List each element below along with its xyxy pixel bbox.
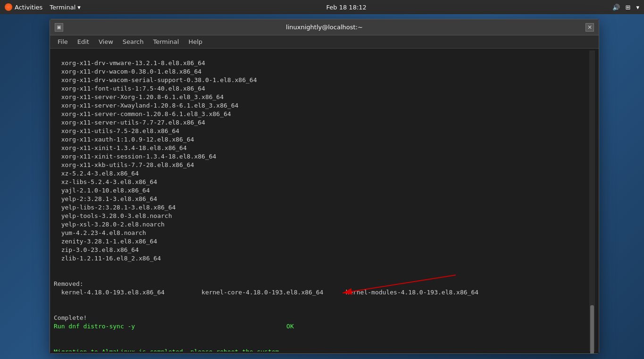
pkg-line-24: zlib-1.2.11-16.el8_2.x86_64 [54,255,161,262]
close-button[interactable]: ✕ [585,23,594,32]
pkg-line-9: xorg-x11-utils-7.5-28.el8.x86_64 [54,127,179,134]
terminal-window: ▣ linuxnightly@localhost:~ ✕ File Edit V… [50,19,599,354]
system-datetime: Feb 18 18:12 [326,4,367,11]
terminal-output: xorg-x11-drv-vmware-13.2.1-8.el8.x86_64 … [54,50,589,351]
green-line-2: Migration to AlmaLinux is completed, ple… [54,348,279,351]
terminal-menu[interactable]: Terminal ▾ [50,4,80,11]
activities-button[interactable]: Activities [5,3,42,11]
system-bar-left: Activities Terminal ▾ [5,3,81,11]
pkg-line-10: xorg-x11-xauth-1:1.0.9-12.el8.x86_64 [54,136,194,143]
blank-line-3 [54,340,58,347]
volume-icon: 🔊 [612,4,620,11]
pkg-line-7: xorg-x11-server-common-1.20.8-6.1.el8_3.… [54,110,231,117]
pkg-line-6: xorg-x11-server-Xwayland-1.20.8-6.1.el8_… [54,102,238,109]
settings-icon: ⊞ [626,4,631,11]
pkg-line-8: xorg-x11-server-utils-7.7-27.el8.x86_64 [54,119,205,126]
pkg-line-16: yajl-2.1.0-10.el8.x86_64 [54,187,150,194]
blank-line-2 [54,306,58,313]
menu-help[interactable]: Help [184,37,206,46]
pkg-line-14: xz-5.2.4-3.el8.x86_64 [54,170,139,177]
menu-view[interactable]: View [95,37,117,46]
activities-label: Activities [15,4,42,11]
terminal-arrow-icon: ▾ [77,4,81,11]
dropdown-icon: ▾ [636,4,639,11]
pkg-line-20: yelp-xsl-3.28.0-2.el8.noarch [54,221,165,228]
pkg-line-13: xorg-x11-xkb-utils-7.7-28.el8.x86_64 [54,161,194,168]
menu-search[interactable]: Search [119,37,148,46]
pkg-line-23: zip-3.0-23.el8.x86_64 [54,246,139,253]
pkg-line-15: xz-libs-5.2.4-3.el8.x86_64 [54,178,157,185]
menu-edit[interactable]: Edit [74,37,93,46]
blank-line-1 [54,272,58,279]
removed-packages: kernel-4.18.0-193.el8.x86_64 kernel-core… [54,289,478,296]
pkg-line-21: yum-4.2.23-4.el8.noarch [54,229,146,236]
terminal-label: Terminal [50,4,75,11]
pkg-line-17: yelp-2:3.28.1-3.el8.x86_64 [54,195,157,202]
activities-icon [5,3,12,11]
pkg-line-18: yelp-libs-2:3.28.1-3.el8.x86_64 [54,204,176,211]
pkg-line-1: xorg-x11-drv-vmware-13.2.1-8.el8.x86_64 [54,59,205,67]
scrollbar-thumb[interactable] [590,305,594,353]
pkg-line-22: zenity-3.28.1-1.el8.x86_64 [54,238,157,245]
pkg-line-19: yelp-tools-3.28.0-3.el8.noarch [54,212,172,219]
pkg-line-11: xorg-x11-xinit-1.3.4-18.el8.x86_64 [54,144,187,151]
pkg-line-2: xorg-x11-drv-wacom-0.38.0-1.el8.x86_64 [54,68,201,75]
menu-bar: File Edit View Search Terminal Help [50,35,599,49]
green-line-1: Run dnf distro-sync -y OK [54,323,294,330]
removed-label: Removed: [54,280,84,287]
pkg-line-12: xorg-x11-xinit-session-1.3.4-18.el8.x86_… [54,153,216,160]
window-icon: ▣ [55,23,63,32]
menu-terminal[interactable]: Terminal [149,37,183,46]
pkg-line-3: xorg-x11-drv-wacom-serial-support-0.38.0… [54,76,257,83]
complete-label: Complete! [54,314,87,321]
window-title: linuxnightly@localhost:~ [286,24,363,31]
pkg-line-4: xorg-x11-font-utils-1:7.5-40.el8.x86_64 [54,85,205,92]
menu-file[interactable]: File [54,37,72,46]
system-bar-right: 🔊 ⊞ ▾ [612,4,639,11]
title-bar: ▣ linuxnightly@localhost:~ ✕ [50,19,599,35]
scrollbar[interactable] [589,50,595,351]
terminal-content[interactable]: xorg-x11-drv-vmware-13.2.1-8.el8.x86_64 … [50,49,599,353]
system-bar: Activities Terminal ▾ Feb 18 18:12 🔊 ⊞ ▾ [0,0,644,14]
pkg-line-5: xorg-x11-server-Xorg-1.20.8-6.1.el8_3.x8… [54,93,224,100]
